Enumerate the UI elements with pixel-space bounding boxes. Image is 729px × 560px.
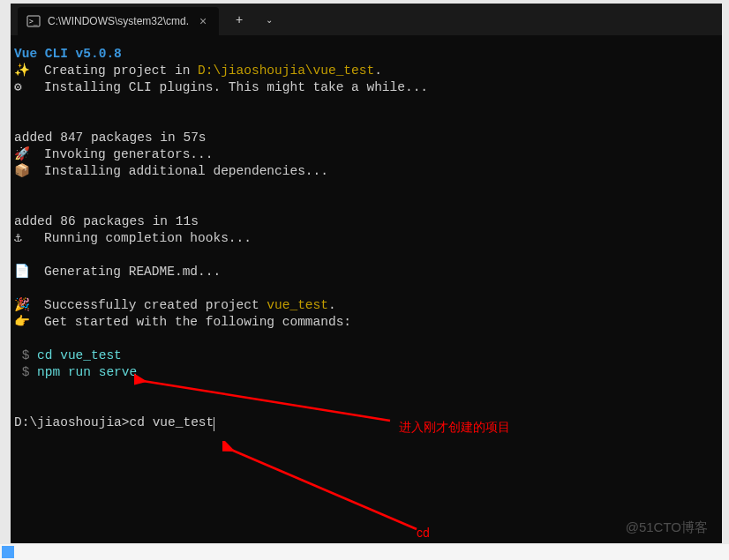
added-packages-1: added 847 packages in 57s	[14, 131, 207, 145]
cmd-icon: >_	[26, 14, 41, 28]
bottom-bar	[0, 544, 729, 560]
terminal-output[interactable]: Vue CLI v5.0.8 ✨Creating project in D:\j…	[11, 35, 722, 543]
prompt: D:\jiaoshoujia>	[14, 415, 130, 429]
success-prefix: Successfully created project	[44, 298, 267, 312]
package-icon: 📦	[14, 163, 44, 180]
tab-actions: + ⌄	[226, 6, 282, 33]
typed-command: cd vue_test	[130, 415, 214, 429]
running-hooks: Running completion hooks...	[44, 231, 252, 245]
tab-dropdown-button[interactable]: ⌄	[256, 6, 282, 33]
close-icon[interactable]: ×	[196, 14, 210, 28]
rocket-icon: 🚀	[14, 146, 44, 163]
success-name: vue_test	[267, 298, 328, 312]
installing-deps: Installing additional dependencies...	[44, 164, 328, 178]
anchor-icon: ⚓	[14, 230, 44, 247]
cursor	[214, 417, 214, 431]
arrow-2	[222, 441, 425, 538]
svg-text:>_: >_	[29, 18, 38, 26]
vue-cli-header: Vue CLI v5.0.8	[14, 47, 122, 61]
watermark: @51CTO博客	[626, 519, 708, 536]
title-bar: >_ C:\WINDOWS\system32\cmd. × + ⌄	[11, 4, 722, 35]
project-path: D:\jiaoshoujia\vue_test	[198, 63, 374, 78]
creating-text: Creating project in	[44, 63, 198, 78]
new-tab-button[interactable]: +	[226, 6, 252, 33]
gear-icon: ⚙	[14, 79, 44, 96]
svg-line-5	[231, 450, 417, 529]
party-icon: 🎉	[14, 297, 44, 314]
sparkle-icon: ✨	[14, 63, 44, 79]
tab-cmd[interactable]: >_ C:\WINDOWS\system32\cmd. ×	[18, 7, 219, 35]
hand-icon: 👉	[14, 314, 44, 331]
page-icon: 📄	[14, 264, 44, 280]
tab-title: C:\WINDOWS\system32\cmd.	[48, 15, 189, 27]
annotation-2: cd	[417, 525, 430, 541]
cmd1-prefix: $	[14, 348, 37, 362]
cmd2: npm run serve	[37, 365, 137, 379]
getstarted-text: Get started with the following commands:	[44, 315, 351, 329]
added-packages-2: added 86 packages in 11s	[14, 214, 199, 228]
annotation-1: 进入刚才创建的项目	[399, 419, 510, 435]
invoking-text: Invoking generators...	[44, 147, 213, 161]
terminal-window: >_ C:\WINDOWS\system32\cmd. × + ⌄ Vue CL…	[11, 4, 722, 543]
generating-text: Generating README.md...	[44, 265, 221, 279]
installing-cli: Installing CLI plugins. This might take …	[44, 80, 428, 94]
cmd2-prefix: $	[14, 365, 37, 379]
app-icon[interactable]	[2, 546, 14, 558]
cmd1: cd vue_test	[37, 348, 122, 362]
